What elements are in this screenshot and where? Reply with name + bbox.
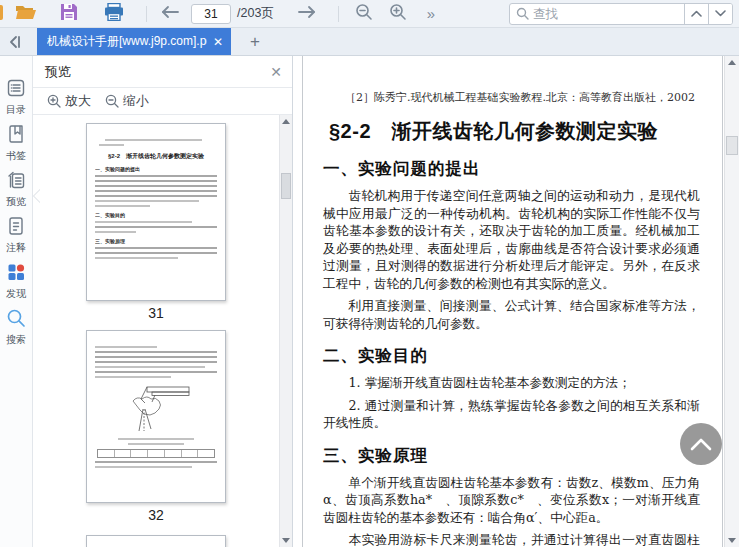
paragraph: 本实验用游标卡尺来测量轮齿，并通过计算得出一对直齿圆柱齿轮的基本参数，具体方法如… (323, 531, 700, 547)
zoom-in-label: 放大 (65, 92, 91, 110)
find-previous-button[interactable] (684, 3, 708, 25)
text-line-bar (95, 175, 217, 177)
sidebar-item-label: 预览 (6, 196, 26, 207)
text-line-bar (95, 376, 171, 378)
text-line-bar (95, 185, 217, 187)
chevrons-right-icon: » (427, 6, 435, 21)
chevron-down-icon (715, 10, 726, 17)
preview-title: 预览 (45, 63, 270, 81)
navigation-sidebar: 目录 书签 预览 (0, 56, 33, 547)
tab-close-icon[interactable]: ✕ (211, 35, 225, 49)
scroll-up-arrow[interactable] (282, 119, 290, 124)
text-line-bar (95, 366, 205, 368)
gear-caliper-diagram (119, 383, 193, 435)
thumbnail-page-label: 31 (148, 305, 164, 321)
more-tools-button[interactable]: » (422, 2, 440, 26)
search-icon (516, 7, 529, 20)
text-line-bar (95, 257, 178, 259)
text-line-bar (95, 346, 157, 348)
thumbnail-page-32[interactable] (86, 330, 226, 503)
thumbnail-page-33[interactable] (86, 535, 226, 547)
sidebar-item-label: 发现 (6, 288, 26, 299)
toolbar-separator (146, 6, 147, 22)
sidebar-item-label: 目录 (6, 104, 26, 115)
caption-bar (118, 438, 194, 440)
scroll-down-arrow[interactable] (282, 538, 290, 543)
text-line-bar (95, 356, 217, 358)
scroll-up-arrow[interactable] (728, 60, 736, 65)
section-title: §2-2 渐开线齿轮几何参数测定实验 (329, 118, 700, 145)
save-floppy-icon (60, 3, 78, 25)
heading-purpose: 二、实验目的 (323, 345, 700, 367)
text-line-bar (95, 195, 217, 197)
heading-principle: 三、实验原理 (323, 445, 700, 467)
heading-problem: 一、实验问题的提出 (323, 158, 700, 180)
mini-heading: 二、实验目的 (95, 212, 217, 218)
previous-page-button[interactable] (158, 2, 182, 26)
text-line-bar (95, 180, 217, 182)
next-page-button[interactable] (295, 2, 319, 26)
zoom-out-button[interactable] (352, 2, 376, 26)
sidebar-item-discover[interactable]: 发现 (0, 262, 33, 299)
preview-zoom-row: 放大 缩小 (33, 88, 292, 115)
sidebar-item-annotations[interactable]: 注释 (0, 216, 33, 253)
sidebar-item-search[interactable]: 搜索 (0, 308, 33, 345)
chevron-up-icon (690, 437, 712, 451)
text-line-bar (105, 139, 202, 141)
collapse-tabs-button[interactable] (0, 28, 30, 55)
scroll-down-arrow[interactable] (728, 538, 736, 543)
folder-open-icon (15, 3, 37, 25)
save-button[interactable] (57, 2, 81, 26)
list-item-text: 2. 通过测量和计算，熟练掌握齿轮各参数之间的相互关系和渐开线性质。 (323, 397, 700, 432)
body-row: 目录 书签 预览 (0, 56, 739, 547)
sidebar-item-label: 注释 (6, 242, 26, 253)
text-line-bar (95, 200, 199, 202)
text-line-bar (99, 144, 124, 146)
preview-header: 预览 ✕ (33, 56, 292, 88)
document-scrollbar-thumb[interactable] (726, 136, 738, 155)
sidebar-item-label: 搜索 (6, 334, 26, 345)
text-line-bar (95, 361, 217, 363)
pdf-reader-window: /203页 » (0, 0, 739, 547)
new-tab-button[interactable]: + (238, 28, 272, 55)
page-number-input[interactable] (191, 4, 231, 24)
mini-heading: 一、实验问题的提出 (95, 166, 217, 172)
plus-icon: + (250, 32, 260, 52)
preview-scrollbar[interactable] (279, 115, 292, 547)
document-page: ［2］陈秀宁.现代机械工程基础实验教程.北京：高等教育出版社，2002 §2-2… (302, 56, 723, 547)
thumbnail-page-31[interactable]: §2-2 渐开线齿轮几何参数测定实验 一、实验问题的提出 二、实验目的 (86, 123, 226, 301)
mini-table (97, 449, 215, 458)
find-input[interactable] (533, 4, 694, 24)
note-document-icon (6, 216, 26, 240)
preview-close-icon[interactable]: ✕ (270, 64, 282, 80)
magnifier-plus-icon (389, 3, 407, 25)
find-next-button[interactable] (708, 3, 732, 25)
find-input-wrap (510, 4, 684, 24)
text-line-bar (95, 461, 217, 463)
tab-bar: 机械设计手册[www.j9p.com].pdf ✕ + (0, 28, 739, 56)
open-file-button[interactable] (13, 2, 39, 26)
clipped-icon-sliver (0, 5, 3, 20)
active-panel-notch (28, 190, 40, 202)
sidebar-item-catalog[interactable]: 目录 (0, 78, 33, 115)
tab-title: 机械设计手册[www.j9p.com].pdf (47, 33, 207, 50)
thumbnail-zoom-out-button[interactable]: 缩小 (105, 92, 149, 110)
page-total-label: /203页 (237, 5, 274, 22)
back-to-top-button[interactable] (680, 423, 722, 465)
document-tab[interactable]: 机械设计手册[www.j9p.com].pdf ✕ (37, 28, 231, 55)
printer-icon (104, 3, 124, 25)
thumbnail-zoom-in-button[interactable]: 放大 (47, 92, 91, 110)
paragraph: 利用直接测量、间接测量、公式计算、结合国家标准等方法，可获得待测齿轮的几何参数。 (323, 297, 700, 332)
reference-text: ［2］陈秀宁.现代机械工程基础实验教程.北京：高等教育出版社，2002 (323, 90, 700, 105)
document-viewer: ［2］陈秀宁.现代机械工程基础实验教程.北京：高等教育出版社，2002 §2-2… (293, 56, 739, 547)
magnifier-minus-icon (355, 3, 373, 25)
preview-scrollbar-thumb[interactable] (281, 173, 291, 199)
arrow-right-icon (297, 5, 317, 23)
mini-title: §2-2 渐开线齿轮几何参数测定实验 (87, 152, 225, 161)
sidebar-item-bookmarks[interactable]: 书签 (0, 124, 33, 161)
text-line-bar (95, 252, 217, 254)
print-button[interactable] (101, 2, 127, 26)
document-scrollbar[interactable] (724, 56, 739, 547)
thumbnail-content: §2-2 渐开线齿轮几何参数测定实验 一、实验问题的提出 二、实验目的 (87, 124, 225, 259)
zoom-in-button[interactable] (386, 2, 410, 26)
